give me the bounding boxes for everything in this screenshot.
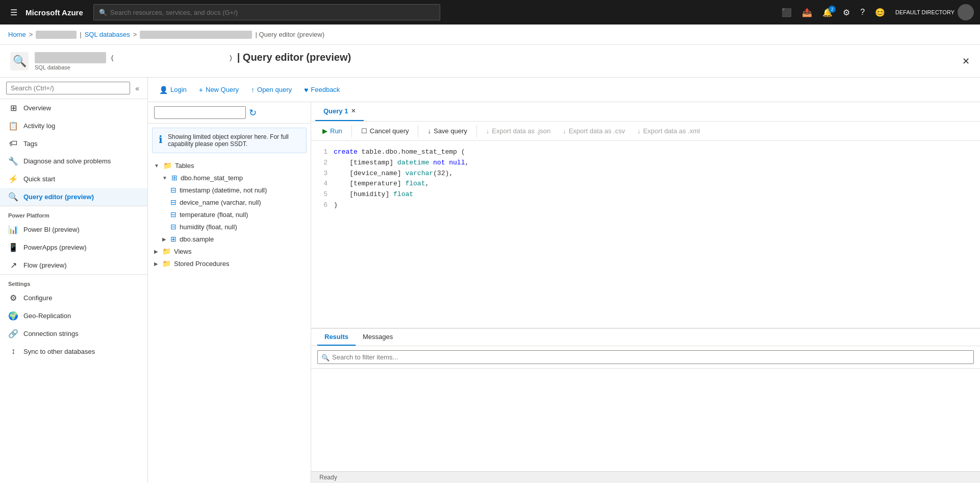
sp-expand-icon: ▶	[154, 261, 158, 267]
sidebar-search-input[interactable]	[6, 82, 130, 94]
cloud-shell-icon[interactable]: ⬛	[777, 4, 796, 21]
sidebar-label-configure: Configure	[23, 294, 52, 302]
results-tab-results-label: Results	[324, 333, 348, 341]
col-temperature[interactable]: ⊟ temperature (float, null)	[148, 208, 311, 221]
open-query-icon: ↑	[251, 86, 255, 94]
hamburger-menu[interactable]: ☰	[6, 6, 21, 19]
sidebar-label-geo-replication: Geo-Replication	[23, 312, 71, 320]
results-tab-results[interactable]: Results	[317, 329, 356, 346]
sidebar-item-flow[interactable]: ↗ Flow (preview)	[0, 256, 147, 274]
sidebar-item-connection-strings[interactable]: 🔗 Connection strings	[0, 325, 147, 343]
close-button[interactable]: ✕	[962, 56, 970, 67]
code-editor[interactable]: 1 create table.dbo.home_stat_temp ( 2 [t…	[311, 141, 980, 328]
top-nav: ☰ Microsoft Azure 🔍 ⬛ 📤 🔔 2 ⚙ ? 😊 DEFAUL…	[0, 0, 980, 25]
activity-log-icon: 📋	[8, 121, 18, 131]
col-device-name[interactable]: ⊟ device_name (varchar, null)	[148, 196, 311, 208]
sidebar-item-activity-log[interactable]: 📋 Activity log	[0, 117, 147, 135]
breadcrumb-redacted1	[36, 31, 77, 39]
sp-label: Stored Procedures	[174, 260, 307, 268]
sidebar-label-flow: Flow (preview)	[23, 261, 67, 269]
user-avatar[interactable]	[958, 4, 974, 20]
table-name-home-stat-temp: dbo.home_stat_temp	[181, 174, 297, 182]
global-search-input[interactable]	[110, 9, 435, 16]
new-query-button[interactable]: + New Query	[194, 83, 244, 97]
sidebar-item-quickstart[interactable]: ⚡ Quick start	[0, 170, 147, 188]
sidebar-item-tags[interactable]: 🏷 Tags	[0, 135, 147, 152]
sidebar-item-geo-replication[interactable]: 🌍 Geo-Replication	[0, 307, 147, 325]
tree-stored-procedures-group[interactable]: ▶ 📁 Stored Procedures	[148, 257, 311, 270]
feedback-icon: ♥	[304, 86, 308, 94]
tree-views-group[interactable]: ▶ 📁 Views	[148, 245, 311, 257]
feedback-button[interactable]: ♥ Feedback	[299, 83, 345, 97]
export-csv-button: ↓ Export data as .csv	[558, 125, 630, 137]
db-name-paren-redacted: ( )	[111, 54, 232, 61]
sidebar-item-sync-databases[interactable]: ↕ Sync to other databases	[0, 343, 147, 360]
sidebar-label-tags: Tags	[23, 140, 37, 148]
global-search-bar[interactable]: 🔍	[93, 4, 440, 20]
line-num-5: 5	[319, 189, 328, 200]
breadcrumb-sql-databases[interactable]: SQL databases	[85, 31, 130, 38]
breadcrumb-sep3: >	[133, 31, 137, 38]
results-tab-messages[interactable]: Messages	[356, 329, 400, 346]
results-search-wrap: 🔍	[317, 350, 974, 364]
sp-folder-icon: 📁	[162, 259, 171, 268]
sidebar-item-diagnose[interactable]: 🔧 Diagnose and solve problems	[0, 152, 147, 170]
sidebar-item-query-editor[interactable]: 🔍 Query editor (preview)	[0, 188, 147, 206]
settings-icon[interactable]: ⚙	[839, 4, 854, 21]
notifications-icon[interactable]: 🔔 2	[818, 4, 837, 21]
smiley-icon[interactable]: 😊	[871, 4, 889, 21]
oe-search-input[interactable]	[154, 106, 246, 119]
cancel-query-button[interactable]: ☐ Cancel query	[356, 125, 414, 137]
user-dir-label: DEFAULT DIRECTORY	[895, 9, 954, 15]
export-xml-label: Export data as .xml	[643, 127, 700, 135]
col-humidity[interactable]: ⊟ humidity (float, null)	[148, 221, 311, 233]
sidebar-label-powerbi: Power BI (preview)	[23, 226, 80, 233]
query-tab-1[interactable]: Query 1 ✕	[315, 102, 364, 121]
sidebar-item-powerapps[interactable]: 📱 PowerApps (preview)	[0, 238, 147, 256]
sidebar-item-configure[interactable]: ⚙ Configure	[0, 289, 147, 307]
table-expand-icon: ▼	[162, 175, 167, 181]
brand-name: Microsoft Azure	[26, 8, 83, 17]
breadcrumb-home[interactable]: Home	[8, 31, 26, 38]
sidebar-item-overview[interactable]: ⊞ Overview	[0, 99, 147, 117]
tree-table-sample[interactable]: ▶ ⊞ dbo.sample ⋯	[148, 233, 311, 245]
sidebar-nav-items: ⊞ Overview 📋 Activity log 🏷 Tags 🔧 Diagn…	[0, 99, 147, 206]
code-line-3: 3 [device_name] varchar(32),	[319, 168, 972, 179]
overview-icon: ⊞	[8, 103, 18, 113]
col-timestamp[interactable]: ⊟ timestamp (datetime, not null)	[148, 184, 311, 196]
export-json-button: ↓ Export data as .json	[481, 125, 556, 137]
sidebar-label-sync-databases: Sync to other databases	[23, 348, 95, 355]
line-code-6: )	[334, 200, 338, 211]
run-button[interactable]: ▶ Run	[317, 125, 347, 137]
export-json-icon: ↓	[486, 127, 490, 135]
oe-refresh-button[interactable]: ↻	[249, 107, 257, 118]
sidebar-collapse-btn[interactable]: «	[133, 82, 141, 94]
results-search-icon: 🔍	[321, 353, 330, 361]
export-xml-button: ↓ Export data as .xml	[632, 125, 705, 137]
table-name-sample: dbo.sample	[180, 235, 297, 243]
oe-info-text: Showing limited object explorer here. Fo…	[168, 133, 300, 148]
page-subtitle: SQL database	[35, 64, 351, 70]
line-code-5: [humidity] float	[334, 189, 413, 200]
tree-tables-group[interactable]: ▼ 📁 Tables	[148, 159, 311, 172]
close-tab-icon[interactable]: ✕	[351, 108, 356, 114]
feedback-icon[interactable]: 📤	[798, 4, 816, 21]
quickstart-icon: ⚡	[8, 174, 18, 184]
tree-table-home-stat-temp[interactable]: ▼ ⊞ dbo.home_stat_temp ⋯	[148, 172, 311, 184]
help-icon[interactable]: ?	[856, 4, 869, 21]
sidebar-item-powerbi[interactable]: 📊 Power BI (preview)	[0, 221, 147, 238]
login-icon: 👤	[159, 86, 168, 94]
results-search-container: 🔍	[311, 346, 980, 369]
qe-action-bar: ▶ Run ☐ Cancel query ↓ Save query	[311, 122, 980, 141]
sidebar: « ⊞ Overview 📋 Activity log 🏷 Tags 🔧 Dia…	[0, 78, 148, 483]
login-button[interactable]: 👤 Login	[154, 83, 192, 97]
open-query-button[interactable]: ↑ Open query	[246, 83, 297, 97]
results-body	[311, 369, 980, 471]
table-icon: ⊞	[171, 174, 178, 182]
user-area[interactable]: DEFAULT DIRECTORY	[895, 4, 974, 20]
new-query-icon: +	[199, 86, 203, 94]
save-query-button[interactable]: ↓ Save query	[422, 125, 472, 137]
results-search-input[interactable]	[317, 350, 974, 364]
qe-toolbar: 👤 Login + New Query ↑ Open query ♥ Feedb…	[148, 78, 980, 102]
sidebar-label-activity-log: Activity log	[23, 122, 55, 130]
